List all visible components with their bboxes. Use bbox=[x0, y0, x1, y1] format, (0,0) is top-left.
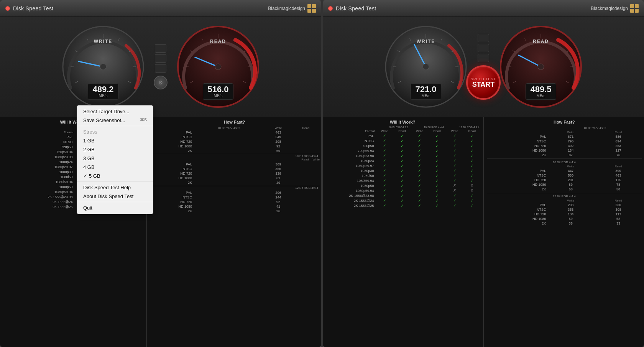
menu-help[interactable]: Disk Speed Test Help bbox=[77, 183, 153, 192]
menu-select-drive[interactable]: Select Target Drive... bbox=[77, 107, 153, 116]
left-panel: Disk Speed Test Blackmagicdesign bbox=[0, 0, 321, 347]
table-row: 2K26 bbox=[149, 209, 320, 213]
center-controls-right: SPEED TEST START bbox=[468, 34, 499, 100]
read-gauge-left: READ 516.0 MB/s bbox=[176, 25, 260, 109]
bmd-squares-right bbox=[630, 4, 639, 13]
tables-area-left: Will it Work? 10 Bit YUV 4:2:2 Format Wr… bbox=[0, 117, 321, 347]
table-row: 1080p29.97✓✓✓✓✓✓ bbox=[324, 163, 481, 168]
table-row: 1080p24✓✓✓✓✓✓ bbox=[324, 158, 481, 163]
table-row: HD 1080134117 bbox=[486, 148, 643, 153]
table-row: PAL671586 bbox=[486, 134, 643, 139]
table-divider-right bbox=[483, 117, 484, 347]
menu-4gb[interactable]: 4 GB bbox=[77, 163, 153, 172]
menu-1gb[interactable]: 1 GB bbox=[77, 136, 153, 145]
table-row: HD 720208 bbox=[149, 139, 320, 144]
indicator-squares-left bbox=[155, 44, 166, 73]
write-readout-right: 721.0 MB/s bbox=[411, 83, 441, 100]
gauges-area-right: WRITE 721.0 MB/s SPEED TEST START bbox=[323, 17, 644, 117]
title-bar-right: Disk Speed Test Blackmagicdesign bbox=[323, 0, 644, 17]
formats-table-right: Format WriteRead WriteRead WriteRead PAL… bbox=[324, 129, 481, 208]
table-row: 1080p59.94✓✓✓✓✗✗ bbox=[324, 188, 481, 193]
settings-button-left[interactable]: ⚙ bbox=[154, 76, 168, 89]
how-fast-table-right: 10 Bit YUV 4:2:2 WriteRead PAL671586 NTS… bbox=[486, 126, 643, 226]
table-row: 720p50✓✓✓✓✓✓ bbox=[324, 143, 481, 148]
bmd-logo-right: Blackmagicdesign bbox=[591, 4, 639, 13]
how-fast-title-right: How Fast? bbox=[486, 120, 643, 124]
write-gauge-left: WRITE 489.2 MB/s bbox=[61, 25, 145, 109]
menu-sep-2 bbox=[77, 182, 153, 182]
table-row: NTSC796694 bbox=[486, 139, 643, 144]
menu-about[interactable]: About Disk Speed Test bbox=[77, 192, 153, 201]
svg-text:READ: READ bbox=[210, 39, 226, 44]
table-row: 2K 1556@24✓✓✓✓✓✓ bbox=[324, 198, 481, 203]
bmd-squares-left bbox=[307, 4, 316, 13]
table-row: 2K40 bbox=[149, 180, 320, 185]
menu-5gb[interactable]: ✓5 GB bbox=[77, 172, 153, 180]
right-panel: Disk Speed Test Blackmagicdesign bbox=[323, 0, 644, 347]
close-button-right[interactable] bbox=[328, 6, 333, 11]
how-fast-title-left: How Fast? bbox=[149, 120, 320, 124]
context-menu-left: Select Target Drive... Save Screenshot..… bbox=[77, 105, 153, 214]
how-fast-right: How Fast? 10 Bit YUV 4:2:2 WriteRead PAL… bbox=[485, 117, 644, 347]
table-row: NTSC353308 bbox=[486, 207, 643, 212]
svg-point-11 bbox=[100, 64, 106, 70]
close-button-left[interactable] bbox=[5, 6, 10, 11]
table-row: HD 720139 bbox=[149, 171, 320, 176]
table-row: PAL463 bbox=[149, 130, 320, 135]
menu-3gb[interactable]: 3 GB bbox=[77, 154, 153, 163]
app-title-left: Disk Speed Test bbox=[13, 5, 53, 12]
table-row: HD 720134117 bbox=[486, 212, 643, 216]
svg-point-24 bbox=[215, 64, 221, 70]
table-row: 2K 1556@25✓✓✓✓✓✓ bbox=[324, 203, 481, 208]
app-title-right: Disk Speed Test bbox=[336, 5, 376, 12]
table-row: HD 108041 bbox=[149, 204, 320, 209]
gauges-area-left: WRITE 489.2 MB/s ⚙ bbox=[0, 17, 321, 117]
table-row: HD 108061 bbox=[149, 176, 320, 180]
table-row: NTSC530463 bbox=[486, 173, 643, 178]
table-row: HD 72092 bbox=[149, 200, 320, 204]
how-fast-left: How Fast? 10 Bit YUV 4:2:2WriteRead PAL4… bbox=[148, 117, 321, 347]
menu-save-screenshot[interactable]: Save Screenshot... ⌘S bbox=[77, 116, 153, 125]
table-row: 1080i59.94✓✓✓✓✓✓ bbox=[324, 178, 481, 183]
table-row: PAL447390 bbox=[486, 169, 643, 173]
table-row: HD 720302263 bbox=[486, 144, 643, 148]
title-bar-left: Disk Speed Test Blackmagicdesign bbox=[0, 0, 321, 17]
table-row: NTSC549 bbox=[149, 135, 320, 139]
menu-sep-3 bbox=[77, 202, 153, 202]
table-row: PAL298260 bbox=[486, 203, 643, 207]
menu-stress-label: Stress bbox=[77, 127, 153, 136]
will-it-work-right: Will it Work? 10 Bit YUV 4:2:2 10 Bit RG… bbox=[323, 117, 483, 347]
read-readout-left: 516.0 MB/s bbox=[203, 83, 233, 100]
table-row: 1080i50✓✓✓✓✓✓ bbox=[324, 173, 481, 178]
table-row: HD 10808978 bbox=[486, 182, 643, 187]
write-readout-left: 489.2 MB/s bbox=[88, 83, 118, 100]
start-label: START bbox=[472, 81, 495, 88]
indicator-squares-right bbox=[478, 34, 489, 62]
svg-text:WRITE: WRITE bbox=[417, 39, 435, 44]
table-row: 2K 1556@23.98✓✓✓✓✓✓ bbox=[324, 193, 481, 198]
write-gauge-right: WRITE 721.0 MB/s bbox=[384, 25, 468, 109]
bmd-logo-left: Blackmagicdesign bbox=[268, 4, 316, 13]
table-row: HD 720201175 bbox=[486, 178, 643, 182]
table-row: PAL309 bbox=[149, 162, 320, 167]
table-row: 2K60 bbox=[149, 149, 320, 153]
svg-text:WRITE: WRITE bbox=[94, 39, 113, 44]
center-controls-left: ⚙ bbox=[145, 44, 176, 89]
table-row: HD 108092 bbox=[149, 144, 320, 149]
table-row: 1080p23.98✓✓✓✓✓✓ bbox=[324, 153, 481, 158]
table-row: 1080p30✓✓✓✓✓✓ bbox=[324, 168, 481, 173]
table-row: HD 10805952 bbox=[486, 216, 643, 221]
table-row: NTSC366 bbox=[149, 167, 320, 171]
speed-test-start-button[interactable]: SPEED TEST START bbox=[466, 65, 501, 100]
table-row: 2K5850 bbox=[486, 187, 643, 192]
svg-text:READ: READ bbox=[533, 39, 549, 44]
table-row: PAL✓✓✓✓✓✓ bbox=[324, 133, 481, 138]
menu-2gb[interactable]: 2 GB bbox=[77, 145, 153, 154]
read-readout-right: 489.5 MB/s bbox=[526, 83, 556, 100]
table-row: 2K3833 bbox=[486, 221, 643, 226]
table-row: 720p59.94✓✓✓✓✓✓ bbox=[324, 148, 481, 153]
menu-quit[interactable]: Quit bbox=[77, 203, 153, 212]
will-it-work-title-right: Will it Work? bbox=[324, 120, 481, 124]
table-row: PAL206 bbox=[149, 190, 320, 195]
svg-point-37 bbox=[423, 64, 429, 70]
